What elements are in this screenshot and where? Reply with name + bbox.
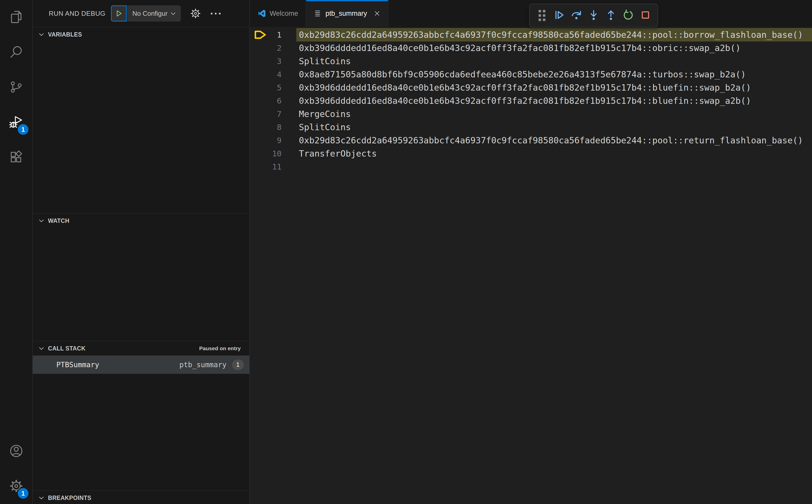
step-out-button[interactable]	[602, 6, 620, 25]
activity-item-search[interactable]	[0, 35, 32, 70]
line-number: 1	[268, 28, 296, 41]
activity-bar: 1	[0, 0, 33, 504]
line-number: 4	[268, 68, 296, 81]
code-text: TransferObjects	[296, 147, 812, 160]
chevron-down-icon	[38, 345, 45, 352]
step-over-button[interactable]	[568, 6, 585, 25]
tab-ptb-summary[interactable]: ptb_summary	[306, 0, 388, 27]
activity-item-settings[interactable]: 1	[0, 469, 32, 504]
code-line-3[interactable]: 3SplitCoins	[250, 55, 812, 68]
code-text	[296, 160, 812, 173]
activity-item-account[interactable]	[0, 434, 32, 469]
gutter[interactable]: 4	[250, 68, 296, 81]
step-into-button[interactable]	[585, 6, 602, 25]
activity-item-run-and-debug[interactable]: 1	[0, 105, 32, 140]
close-icon[interactable]	[374, 10, 380, 17]
chevron-down-icon	[38, 217, 45, 224]
grip-icon	[539, 10, 546, 21]
code-editor[interactable]: 10xb29d83c26cdd2a64959263abbcfc4a6937f0c…	[250, 27, 812, 504]
chevron-down-icon	[38, 494, 45, 501]
code-line-9[interactable]: 90xb29d83c26cdd2a64959263abbcfc4a6937f0c…	[250, 134, 812, 147]
line-number: 2	[268, 41, 296, 55]
gutter[interactable]: 5	[250, 81, 296, 94]
gutter[interactable]: 7	[250, 107, 296, 121]
code-text: 0xb39d6dddedd16ed8a40ce0b1e6b43c92acf0ff…	[296, 41, 812, 55]
run-and-debug-sidebar: RUN AND DEBUG No Configur	[33, 0, 250, 504]
launch-control: No Configur	[111, 5, 181, 22]
line-number: 5	[268, 81, 296, 94]
watch-section-header[interactable]: WATCH	[33, 213, 249, 228]
debug-configuration-dropdown[interactable]: No Configur	[127, 5, 181, 22]
step-into-icon	[588, 9, 600, 22]
vscode-window: 1	[0, 0, 812, 504]
settings-badge: 1	[17, 487, 29, 499]
call-stack-section-header[interactable]: CALL STACK Paused on entry	[33, 341, 249, 356]
extensions-icon	[9, 150, 23, 165]
code-line-11[interactable]: 11	[250, 160, 812, 173]
code-line-5[interactable]: 50xb39d6dddedd16ed8a40ce0b1e6b43c92acf0f…	[250, 81, 812, 94]
current-line-arrow-icon	[254, 30, 268, 40]
stop-icon	[640, 9, 651, 22]
code-line-7[interactable]: 7MergeCoins	[250, 107, 812, 121]
continue-button[interactable]	[551, 6, 568, 25]
vscode-logo-icon	[257, 9, 266, 18]
frame-name: PTBSummary	[56, 361, 99, 369]
breakpoints-section-header[interactable]: BREAKPOINTS	[33, 490, 249, 504]
step-out-icon	[605, 9, 617, 22]
code-text: MergeCoins	[296, 107, 812, 121]
call-stack-frame-row[interactable]: PTBSummary ptb_summary 1	[33, 356, 249, 374]
gutter[interactable]: 6	[250, 94, 296, 107]
code-text: 0xb29d83c26cdd2a64959263abbcfc4a6937f0c9…	[296, 134, 812, 147]
source-control-icon	[9, 80, 23, 95]
frame-badge: 1	[232, 360, 244, 370]
search-icon	[9, 45, 23, 60]
gutter[interactable]: 3	[250, 55, 296, 68]
gutter[interactable]: 2	[250, 41, 296, 55]
tab-label: Welcome	[270, 10, 298, 18]
activity-item-extensions[interactable]	[0, 140, 32, 175]
code-line-10[interactable]: 10TransferObjects	[250, 147, 812, 160]
code-text: SplitCoins	[296, 55, 812, 68]
views-more-actions-button[interactable]	[210, 10, 222, 17]
chevron-down-icon	[170, 10, 177, 17]
code-line-1[interactable]: 10xb29d83c26cdd2a64959263abbcfc4a6937f0c…	[250, 28, 812, 41]
start-debugging-button[interactable]	[111, 5, 127, 22]
code-lines: 10xb29d83c26cdd2a64959263abbcfc4a6937f0c…	[250, 28, 812, 173]
sidebar-header: RUN AND DEBUG No Configur	[33, 0, 249, 27]
gutter[interactable]: 9	[250, 134, 296, 147]
activity-item-source-control[interactable]	[0, 70, 32, 105]
call-stack-section-label: CALL STACK	[48, 345, 86, 352]
list-file-icon	[314, 9, 322, 18]
gutter[interactable]: 10	[250, 147, 296, 160]
code-text: SplitCoins	[296, 121, 812, 134]
debug-badge: 1	[17, 123, 29, 136]
debug-configuration-label: No Configur	[132, 10, 168, 18]
activity-item-explorer[interactable]	[0, 0, 32, 35]
restart-button[interactable]	[620, 6, 637, 25]
watch-section-label: WATCH	[48, 217, 69, 224]
debug-toolbar	[529, 4, 658, 27]
code-text: 0x8ae871505a80d8bf6bf9c05906cda6edfeea46…	[296, 68, 812, 81]
tab-welcome[interactable]: Welcome	[250, 0, 306, 27]
code-text: 0xb29d83c26cdd2a64959263abbcfc4a6937f0c9…	[296, 28, 812, 41]
debug-toolbar-drag-handle[interactable]	[533, 6, 551, 25]
breakpoints-section: BREAKPOINTS	[33, 490, 249, 504]
frame-file: ptb_summary	[179, 361, 226, 369]
variables-section-header[interactable]: VARIABLES	[33, 27, 249, 42]
gutter[interactable]: 11	[250, 160, 296, 173]
code-line-6[interactable]: 60xb39d6dddedd16ed8a40ce0b1e6b43c92acf0f…	[250, 94, 812, 107]
watch-body	[33, 228, 249, 341]
line-number: 10	[268, 147, 296, 160]
debug-settings-gear-button[interactable]	[190, 8, 201, 19]
gutter[interactable]: 1	[250, 28, 296, 41]
code-line-2[interactable]: 20xb39d6dddedd16ed8a40ce0b1e6b43c92acf0f…	[250, 41, 812, 55]
gutter[interactable]: 8	[250, 121, 296, 134]
call-stack-status: Paused on entry	[199, 345, 241, 351]
line-number: 6	[268, 94, 296, 107]
code-line-4[interactable]: 40x8ae871505a80d8bf6bf9c05906cda6edfeea4…	[250, 68, 812, 81]
stop-button[interactable]	[637, 6, 654, 25]
code-line-8[interactable]: 8SplitCoins	[250, 121, 812, 134]
line-number: 8	[268, 121, 296, 134]
line-number: 9	[268, 134, 296, 147]
step-over-icon	[571, 9, 582, 22]
